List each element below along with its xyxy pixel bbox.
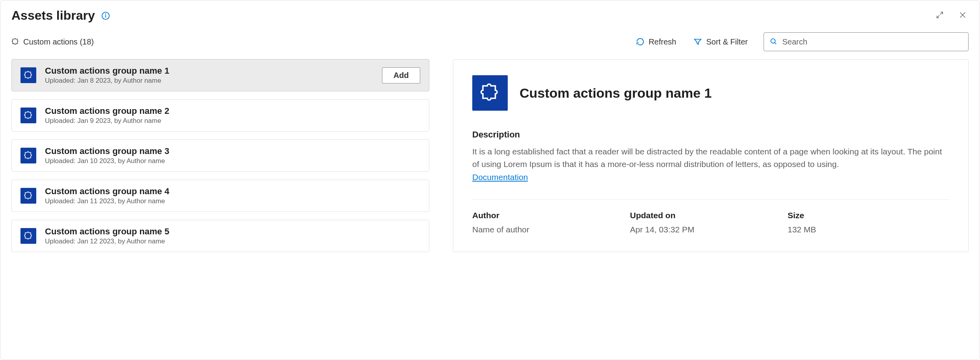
page-title: Assets library (11, 8, 95, 23)
description-heading: Description (472, 130, 949, 140)
size-value: 132 MB (788, 225, 945, 234)
author-label: Author (472, 211, 630, 220)
list-item[interactable]: Custom actions group name 5Uploaded: Jan… (11, 220, 429, 252)
search-box[interactable] (764, 32, 969, 51)
refresh-label: Refresh (648, 37, 676, 46)
search-icon (769, 37, 778, 46)
refresh-icon (636, 37, 645, 46)
expand-icon (935, 11, 944, 20)
detail-title: Custom actions group name 1 (520, 85, 712, 101)
updated-label: Updated on (630, 211, 788, 220)
size-label: Size (788, 211, 945, 220)
puzzle-icon (20, 188, 36, 204)
documentation-link[interactable]: Documentation (472, 173, 528, 182)
refresh-button[interactable]: Refresh (634, 35, 678, 49)
list-item[interactable]: Custom actions group name 1Uploaded: Jan… (11, 59, 429, 91)
puzzle-icon (20, 228, 36, 244)
search-input[interactable] (783, 37, 963, 46)
sort-filter-label: Sort & Filter (706, 37, 748, 46)
expand-button[interactable] (934, 9, 946, 22)
puzzle-icon (20, 67, 36, 83)
divider (472, 199, 949, 200)
list-item-title: Custom actions group name 4 (45, 186, 420, 197)
list-item-subtitle: Uploaded: Jan 12 2023, by Author name (45, 238, 420, 245)
svg-point-5 (771, 39, 775, 43)
list-item[interactable]: Custom actions group name 3Uploaded: Jan… (11, 139, 429, 172)
puzzle-icon (20, 148, 36, 163)
puzzle-icon (11, 38, 19, 46)
puzzle-icon (20, 108, 36, 123)
author-value: Name of author (472, 225, 630, 234)
list-item-subtitle: Uploaded: Jan 10 2023, by Author name (45, 157, 420, 165)
list-item-subtitle: Uploaded: Jan 11 2023, by Author name (45, 197, 420, 205)
close-icon (958, 11, 967, 20)
description-text: It is a long established fact that a rea… (472, 145, 949, 170)
svg-line-6 (775, 43, 776, 44)
add-button[interactable]: Add (382, 67, 420, 84)
list-item-subtitle: Uploaded: Jan 8 2023, by Author name (45, 77, 373, 85)
list-item-title: Custom actions group name 5 (45, 226, 420, 237)
list-item[interactable]: Custom actions group name 2Uploaded: Jan… (11, 99, 429, 132)
svg-point-2 (105, 13, 106, 14)
detail-panel: Custom actions group name 1 Description … (453, 59, 969, 252)
list-item-title: Custom actions group name 3 (45, 146, 420, 156)
tab-custom-actions[interactable]: Custom actions (18) (23, 37, 94, 46)
puzzle-icon (472, 75, 508, 111)
updated-value: Apr 14, 03:32 PM (630, 225, 788, 234)
filter-icon (693, 37, 702, 46)
info-icon[interactable] (101, 11, 110, 20)
list-item-title: Custom actions group name 1 (45, 66, 373, 76)
list-item[interactable]: Custom actions group name 4Uploaded: Jan… (11, 180, 429, 212)
sort-filter-button[interactable]: Sort & Filter (692, 35, 749, 49)
list-item-title: Custom actions group name 2 (45, 106, 420, 116)
close-button[interactable] (957, 9, 969, 22)
list-item-subtitle: Uploaded: Jan 9 2023, by Author name (45, 117, 420, 125)
